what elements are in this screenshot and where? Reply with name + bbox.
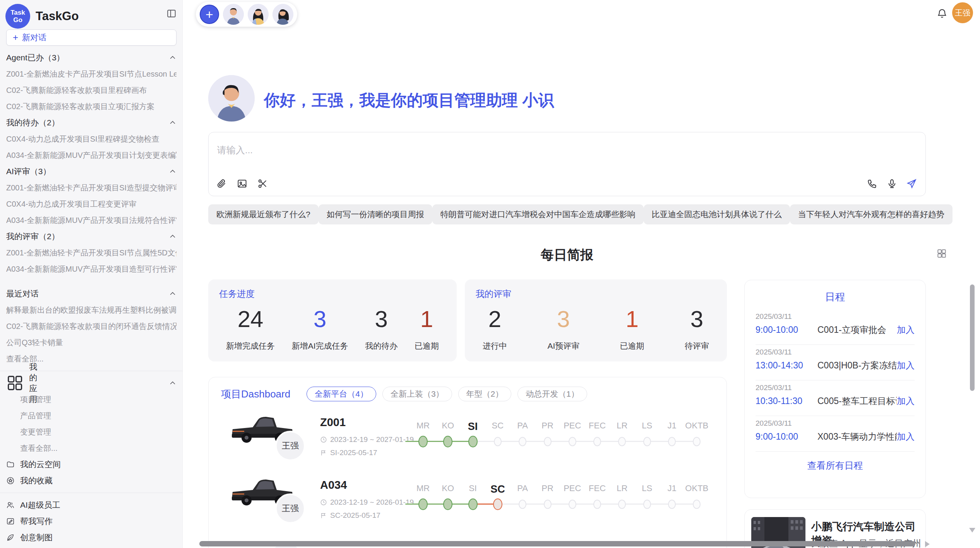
sidebar-link-star[interactable]: 我的收藏 [6,473,176,489]
scissors-icon[interactable] [257,178,268,189]
microphone-icon[interactable] [887,178,897,189]
sidebar-tool-write[interactable]: 帮我写作 [6,513,176,529]
sidebar-item[interactable]: 公司Q3轻卡销量 [6,334,176,351]
sidebar-section-header[interactable]: AI评审（3） [6,163,176,180]
sidebar-item[interactable]: C02-飞腾新能源轻客改款项目里程碑画布 [6,82,176,98]
add-agent-button[interactable]: + [200,5,219,24]
milestone-dot[interactable] [618,500,626,509]
sidebar-section-header[interactable]: 我的待办（2） [6,115,176,131]
new-chat-button[interactable]: + 新对话 [6,29,176,46]
sidebar-item[interactable]: C02-飞腾新能源轻客改款项目立项汇报方案 [6,98,176,115]
sidebar-section-header[interactable]: 我的应用 [6,375,176,391]
suggestion-chip[interactable]: 特朗普可能对进口汽车增税会对中国车企造成哪些影响 [432,204,644,224]
dashboard-tab[interactable]: 年型（2） [458,387,512,401]
milestone-dot[interactable] [418,498,428,510]
sidebar-section-header[interactable]: 最近对话 [6,286,176,302]
milestone-dot[interactable] [418,436,428,447]
event-join-link[interactable]: 加入 [897,395,915,407]
milestone-dot[interactable] [593,437,601,446]
milestone-dot[interactable] [618,437,626,446]
chevron-up-icon[interactable] [169,290,176,298]
milestone-dot[interactable] [569,437,576,446]
milestone-dot[interactable] [443,436,452,447]
sidebar-item[interactable]: A034-全新新能源MUV产品开发项目法规符合性评审 [6,212,176,228]
suggestion-chip[interactable]: 欧洲新规最近颁布了什么? [208,204,319,224]
sidebar-item[interactable]: 查看全部... [6,440,176,456]
milestone-dot[interactable] [493,498,502,510]
sidebar-item[interactable]: 项目管理 [6,391,176,408]
agent-avatar-3[interactable] [272,4,293,25]
chevron-up-icon[interactable] [169,233,176,240]
schedule-event: 2025/03/1113:00-14:30C003|H0B-方案冻结评审加入 [756,345,915,380]
sidebar-item[interactable]: 产品管理 [6,408,176,424]
view-all-schedule-link[interactable]: 查看所有日程 [756,452,915,480]
milestone-dot[interactable] [668,437,676,446]
milestone-dot[interactable] [468,498,478,510]
milestone-dot[interactable] [544,437,552,446]
milestone-label: PEC [560,483,585,493]
chevron-up-icon[interactable] [169,168,176,175]
sidebar-item[interactable]: A034-全新新能源MUV产品开发项目计划变更表编写 [6,147,176,163]
sidebar-item[interactable]: Z001-全新燃油轻卡产品开发项目SI节点属性5D文件评审 [6,245,176,261]
chevron-up-icon[interactable] [169,119,176,127]
notifications-bell-icon[interactable] [937,8,947,19]
milestone-dot[interactable] [643,500,651,509]
sidebar-item[interactable]: Z001-全新燃油轻卡产品开发项目SI造型提交物评审 [6,180,176,196]
event-join-link[interactable]: 加入 [897,324,915,336]
sidebar-section-header[interactable]: 我的评审（2） [6,228,176,245]
suggestion-chip[interactable]: 如何写一份清晰的项目周报 [319,204,432,224]
scroll-right-arrow[interactable] [925,541,930,547]
dashboard-tab[interactable]: 全新上装（3） [382,387,452,401]
event-join-link[interactable]: 加入 [897,360,915,372]
event-join-link[interactable]: 加入 [897,431,915,443]
cloud-icon [6,460,15,469]
dashboard-tab[interactable]: 动总开发（1） [517,387,587,401]
milestone-dot[interactable] [668,500,676,509]
sidebar-divider [0,493,183,493]
milestone-dot[interactable] [569,500,576,509]
milestone-dot[interactable] [693,437,701,446]
milestone-dot[interactable] [643,437,651,446]
collapse-sidebar-icon[interactable] [166,9,176,19]
sidebar-item[interactable]: C0X4-动力总成开发项目工程变更评审 [6,196,176,212]
milestone-dot[interactable] [443,498,452,510]
milestone-dot[interactable] [494,437,502,446]
briefing-layout-icon[interactable] [937,248,947,259]
chevron-up-icon[interactable] [169,54,176,62]
agent-avatar-2[interactable] [248,4,269,25]
sidebar-tool-feather[interactable]: 创意制图 [6,529,176,546]
milestone-label: LS [634,483,660,493]
milestone-dot[interactable] [693,500,701,509]
suggestion-chip[interactable]: 当下年轻人对汽车外观有怎样的喜好趋势 [790,204,953,224]
user-avatar[interactable]: 王强 [952,2,973,23]
task-progress-card: 任务进度24新增完成任务3新增AI完成任务3我的待办1已逾期 [208,279,457,361]
agent-avatar-1[interactable] [223,4,244,25]
milestone-dot[interactable] [593,500,601,509]
sidebar-item[interactable]: A034-全新新能源MUV产品开发项目造型可行性评审 [6,261,176,277]
milestone-dot[interactable] [519,437,526,446]
milestone-dot[interactable] [544,500,552,509]
dashboard-tab[interactable]: 全新平台（4） [307,387,376,401]
sidebar-item[interactable]: 变更管理 [6,424,176,440]
suggestion-chip[interactable]: 比亚迪全固态电池计划具体说了什么 [644,204,790,224]
sidebar-item[interactable]: C02-飞腾新能源轻客改款项目的闭环通告反馈情况 [6,318,176,334]
send-icon[interactable] [906,178,917,189]
sidebar-item[interactable]: Z001-全新燃油皮卡产品开发项目SI节点Lesson Learn报告 [6,66,176,82]
sidebar-link-cloud[interactable]: 我的云空间 [6,456,176,473]
image-icon[interactable] [237,178,247,189]
phone-call-icon[interactable] [867,178,877,189]
sidebar-item[interactable]: C0X4-动力总成开发项目SI里程碑提交物检查 [6,131,176,147]
chevron-up-icon[interactable] [169,379,176,387]
scroll-down-arrow[interactable] [969,528,975,533]
milestone-dot[interactable] [468,436,478,447]
chat-input-box[interactable]: 请输入... [208,132,926,196]
app-title: TaskGo [36,9,79,23]
sidebar-item[interactable]: 解释最新出台的欧盟报废车法规再生塑料比例被调至15%... [6,302,176,318]
vertical-scrollbar[interactable] [970,284,975,391]
sidebar-tool-people[interactable]: AI超级员工 [6,497,176,513]
attachment-icon[interactable] [216,178,227,189]
horizontal-scrollbar[interactable] [199,541,915,546]
milestone-dot[interactable] [519,500,526,509]
event-time: 9:00-10:00 [756,325,817,335]
sidebar-section-header[interactable]: Agent已办（3） [6,50,176,66]
